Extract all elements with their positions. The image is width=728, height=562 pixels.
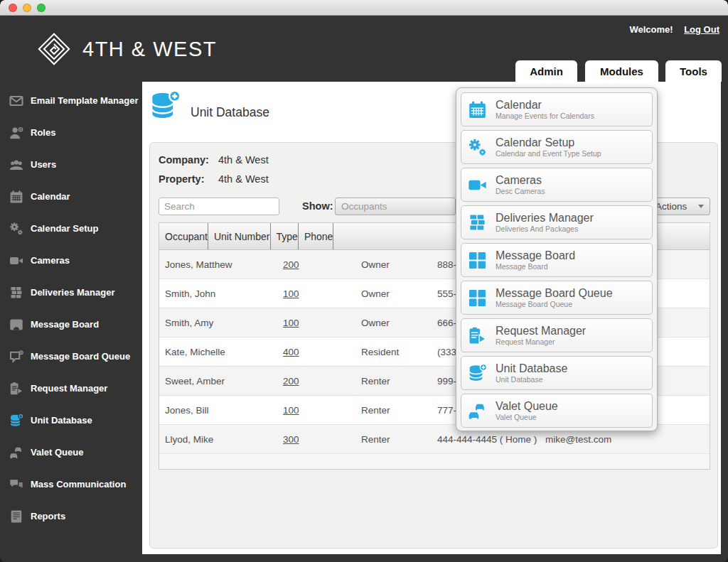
unit-number-link[interactable]: 100 — [283, 288, 299, 299]
sidebar-item-label: Calendar — [31, 191, 70, 202]
user-plus-icon — [9, 126, 23, 140]
unit-number-cell: 100 — [277, 279, 355, 308]
type-cell: Owner — [355, 250, 432, 279]
occupant-cell: Llyod, Mike — [159, 425, 277, 453]
column-header — [333, 223, 339, 249]
clipboard-icon — [468, 326, 487, 345]
sidebar-item-message-board[interactable]: Message Board — [0, 308, 142, 340]
sidebar-item-roles[interactable]: Roles — [0, 117, 142, 148]
sidebar-item-label: Users — [31, 159, 56, 170]
zoom-button[interactable] — [37, 4, 46, 12]
menu-item-subtitle: Desc Cameras — [496, 187, 545, 195]
unit-number-cell: 100 — [277, 308, 355, 337]
sidebar-item-reports[interactable]: Reports — [0, 500, 142, 532]
unit-number-link[interactable]: 200 — [283, 376, 299, 387]
property-label: Property: — [159, 173, 215, 185]
sidebar-item-request-manager[interactable]: Request Manager — [0, 372, 142, 404]
sidebar-item-calendar[interactable]: Calendar — [0, 180, 142, 212]
sidebar-item-email-template-manager[interactable]: Email Template Manager — [0, 85, 142, 117]
unit-number-link[interactable]: 300 — [283, 434, 299, 445]
tab-modules[interactable]: Modules — [585, 60, 658, 82]
sidebar-item-message-board-queue[interactable]: Message Board Queue — [0, 340, 142, 372]
unit-number-cell: 100 — [277, 396, 355, 424]
menu-item-subtitle: Request Manager — [496, 337, 586, 346]
sidebar-item-label: Valet Queue — [31, 447, 83, 458]
unit-number-cell: 200 — [277, 367, 355, 395]
menu-item-cameras[interactable]: Cameras Desc Cameras — [461, 168, 653, 202]
sidebar-item-label: Calendar Setup — [31, 223, 98, 234]
unit-number-link[interactable]: 100 — [283, 318, 299, 328]
menu-item-unit-database[interactable]: Unit Database Unit Database — [461, 356, 653, 390]
unit-number-cell: 400 — [277, 337, 355, 366]
database-add-icon[interactable] — [149, 90, 181, 121]
page-title: Unit Database — [191, 105, 269, 120]
cars-icon — [9, 445, 23, 460]
grid-icon — [468, 251, 487, 270]
modules-menu: Calendar Manage Events for Calendars Cal… — [456, 87, 658, 431]
menu-item-message-board-queue[interactable]: Message Board Queue Message Board Queue — [461, 281, 653, 315]
sidebar-item-label: Roles — [31, 127, 55, 138]
sidebar-item-calendar-setup[interactable]: Calendar Setup — [0, 212, 142, 244]
gears-icon — [468, 138, 487, 157]
grid-icon — [468, 288, 487, 308]
menu-item-deliveries-manager[interactable]: Deliveries Manager Deliveries And Packag… — [461, 205, 653, 239]
brand-title: 4TH & WEST — [82, 38, 217, 61]
sidebar-item-deliveries-manager[interactable]: Deliveries Manager — [0, 276, 142, 308]
menu-item-request-manager[interactable]: Request Manager Request Manager — [461, 318, 653, 352]
type-cell: Owner — [355, 308, 432, 337]
minimize-button[interactable] — [23, 4, 31, 12]
video-camera-icon — [468, 175, 487, 195]
menu-item-subtitle: Valet Queue — [496, 413, 558, 421]
sidebar-item-label: Message Board Queue — [31, 351, 130, 362]
report-icon — [9, 509, 23, 524]
unit-number-link[interactable]: 200 — [283, 259, 299, 270]
menu-item-valet-queue[interactable]: Valet Queue Valet Queue — [461, 394, 653, 428]
type-cell: Renter — [355, 425, 432, 453]
unit-number-link[interactable]: 400 — [283, 347, 299, 357]
menu-item-subtitle: Unit Database — [496, 375, 567, 384]
window-titlebar — [0, 0, 728, 16]
type-cell: Renter — [355, 367, 432, 395]
menu-item-title: Calendar — [496, 99, 594, 112]
chat-bubbles-icon — [9, 477, 23, 492]
column-header: Unit Number — [208, 223, 270, 249]
cars-icon — [468, 401, 487, 421]
sidebar-item-unit-database[interactable]: Unit Database — [0, 404, 142, 436]
unit-number-link[interactable]: 100 — [283, 405, 299, 416]
type-cell: Owner — [355, 279, 432, 308]
sidebar-item-cameras[interactable]: Cameras — [0, 244, 142, 276]
menu-item-title: Calendar Setup — [496, 136, 601, 149]
sidebar-item-mass-communication[interactable]: Mass Communication — [0, 468, 142, 500]
calendar-icon — [9, 190, 23, 204]
menu-item-title: Message Board Queue — [496, 287, 613, 300]
actions-select[interactable]: Actions — [649, 198, 710, 215]
menu-item-message-board[interactable]: Message Board Message Board — [461, 243, 653, 277]
menu-item-subtitle: Manage Events for Calendars — [496, 112, 594, 120]
menu-item-title: Message Board — [496, 249, 575, 262]
search-input[interactable] — [159, 198, 279, 215]
database-icon — [468, 364, 487, 383]
close-button[interactable] — [9, 4, 17, 12]
occupant-cell: Jones, Matthew — [159, 250, 277, 279]
sidebar-item-label: Email Template Manager — [31, 95, 138, 106]
occupant-cell: Kate, Michelle — [159, 337, 277, 366]
tab-tools[interactable]: Tools — [665, 60, 722, 82]
packages-icon — [9, 286, 23, 300]
tab-admin[interactable]: Admin — [515, 60, 577, 82]
mail-icon — [9, 94, 23, 108]
unit-number-cell: 200 — [277, 250, 355, 279]
logout-link[interactable]: Log Out — [684, 24, 719, 35]
menu-item-calendar-setup[interactable]: Calendar Setup Calendar and Event Type S… — [461, 130, 653, 164]
sidebar-item-users[interactable]: Users — [0, 148, 142, 180]
welcome-bar: Welcome! Log Out — [629, 24, 719, 35]
menu-item-calendar[interactable]: Calendar Manage Events for Calendars — [461, 92, 653, 126]
show-select[interactable]: Occupants — [335, 198, 456, 215]
sidebar-item-label: Deliveries Manager — [31, 287, 115, 298]
app-window: 4TH & WEST Welcome! Log Out Admin Module… — [0, 0, 728, 562]
menu-item-subtitle: Calendar and Event Type Setup — [496, 149, 601, 158]
company-label: Company: — [159, 154, 215, 166]
video-camera-icon — [9, 254, 23, 268]
chat-plus-icon — [9, 350, 23, 364]
sidebar-item-valet-queue[interactable]: Valet Queue — [0, 436, 142, 468]
company-value: 4th & West — [218, 154, 269, 166]
